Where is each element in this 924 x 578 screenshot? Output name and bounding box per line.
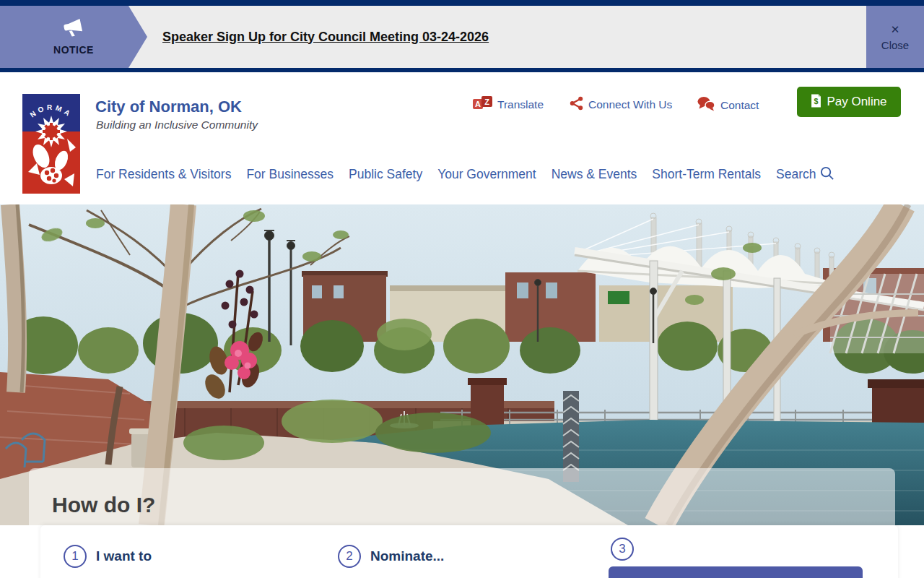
nav-news-events[interactable]: News & Events — [552, 167, 637, 182]
translate-icon: A Z — [473, 96, 492, 113]
pay-online-label: Pay Online — [827, 95, 886, 109]
search-button[interactable]: Search — [776, 165, 834, 184]
contact-label: Contact — [720, 99, 759, 112]
close-label: Close — [881, 39, 909, 51]
translate-label: Translate — [497, 98, 544, 111]
nav-public-safety[interactable]: Public Safety — [349, 167, 422, 182]
notice-label: NOTICE — [9, 44, 138, 56]
item-label: Nominate... — [370, 548, 444, 564]
how-do-i-card: 1 I want to 2 Nominate... 3 Nominate an … — [40, 525, 898, 578]
megaphone-icon — [61, 19, 87, 42]
notice-chevron: NOTICE — [0, 6, 147, 68]
nav-for-residents-visitors[interactable]: For Residents & Visitors — [96, 167, 231, 182]
how-do-i-title: How do I? — [52, 493, 155, 517]
connect-with-us-link[interactable]: Connect With Us — [570, 96, 672, 113]
city-logo[interactable]: NORMAN — [22, 94, 80, 194]
chat-bubbles-icon — [697, 96, 715, 114]
share-icon — [570, 96, 583, 113]
close-icon: ✕ — [891, 23, 900, 36]
step-circle-1: 1 — [64, 545, 87, 568]
contact-link[interactable]: Contact — [697, 96, 759, 114]
nav-short-term-rentals[interactable]: Short-Term Rentals — [652, 167, 761, 182]
svg-text:A: A — [475, 100, 481, 108]
svg-text:$: $ — [814, 97, 819, 105]
nominate-animal-welfare-button[interactable]: Nominate an Animal Welfare — [609, 566, 863, 578]
how-do-i-item-i-want-to[interactable]: 1 I want to — [64, 545, 152, 568]
search-label: Search — [776, 167, 816, 182]
nav-your-government[interactable]: Your Government — [437, 167, 536, 182]
notice-bar: NOTICE Speaker Sign Up for City Council … — [0, 0, 924, 72]
main-nav: For Residents & Visitors For Businesses … — [96, 165, 890, 184]
how-do-i-item-3: 3 — [611, 538, 634, 561]
site-title[interactable]: City of Norman, OK — [95, 98, 242, 116]
site-tagline: Building an Inclusive Community — [96, 118, 258, 131]
how-do-i-item-nominate[interactable]: 2 Nominate... — [338, 545, 444, 568]
bill-dollar-icon: $ — [811, 94, 821, 110]
connect-with-us-label: Connect With Us — [588, 98, 672, 111]
pay-online-button[interactable]: $ Pay Online — [797, 87, 901, 117]
search-icon — [819, 165, 834, 184]
svg-text:Z: Z — [484, 98, 489, 106]
step-circle-2: 2 — [338, 545, 361, 568]
nav-for-businesses[interactable]: For Businesses — [246, 167, 334, 182]
item-label: I want to — [96, 548, 152, 564]
notice-close-button[interactable]: ✕ Close — [866, 6, 924, 68]
step-circle-3: 3 — [611, 538, 634, 561]
translate-link[interactable]: A Z Translate — [473, 96, 544, 113]
notice-link[interactable]: Speaker Sign Up for City Council Meeting… — [162, 30, 489, 45]
